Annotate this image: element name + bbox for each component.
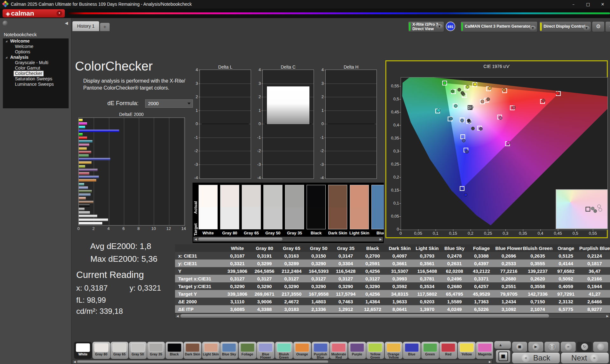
zero-line xyxy=(328,124,375,124)
blank-icon[interactable] xyxy=(593,342,608,352)
minimize-button[interactable]: – xyxy=(566,0,581,9)
close-button[interactable]: ✕ xyxy=(595,0,610,9)
back-button[interactable]: « Back xyxy=(512,353,560,363)
sidebar-item-saturation-sweeps[interactable]: Saturation Sweeps xyxy=(3,76,69,82)
column-header: Blue Sky xyxy=(441,244,468,252)
table-cell: 0,3127 xyxy=(224,275,251,282)
loop-icon[interactable]: ∞ xyxy=(561,342,576,352)
tick xyxy=(199,178,200,178)
stop-icon[interactable]: ■ xyxy=(512,342,527,352)
table-scrollbar[interactable]: ◀ ▶ xyxy=(175,313,610,319)
range-icon[interactable]: [··] xyxy=(545,342,559,352)
next-button[interactable]: Next » xyxy=(561,353,609,363)
table-cell: 0,5125 xyxy=(552,252,579,260)
patch-button-orange[interactable]: Orange xyxy=(293,342,311,359)
sidebar-item-colorchecker[interactable]: ColorChecker xyxy=(3,71,69,76)
play-icon[interactable]: ▶ xyxy=(528,342,543,352)
tab-add-button[interactable]: + xyxy=(100,23,110,31)
swatch-dark-skin xyxy=(328,185,347,229)
measured-dot-marker xyxy=(488,86,491,90)
gridline xyxy=(139,118,139,225)
patch-button-white[interactable]: White xyxy=(74,342,92,359)
tree-expand-icon[interactable]: ◢ xyxy=(5,55,7,60)
table-cell: 0,3793 xyxy=(413,252,441,260)
display-control-dropdown[interactable]: Direct Display Control ▼ xyxy=(539,21,591,32)
patch-button-black[interactable]: Black xyxy=(166,342,183,359)
maximize-button[interactable]: □ xyxy=(581,0,595,9)
de-formula-select[interactable]: 2000 xyxy=(145,99,193,108)
media-glyph: ∞ xyxy=(565,343,572,350)
y-tick-label: 4 xyxy=(316,67,324,72)
patch-bar-scrollbar[interactable]: ◀ ▶ xyxy=(72,360,492,364)
patch-button-moderate-red[interactable]: Moderate Red xyxy=(330,342,348,359)
sidebar-orb-icon[interactable] xyxy=(3,21,8,26)
tree-expand-icon[interactable]: ◢ xyxy=(5,38,7,44)
patch-button-gray-65[interactable]: Gray 65 xyxy=(111,342,128,359)
chevron-down-icon[interactable]: ▼ xyxy=(436,24,443,29)
sidebar-item-welcome[interactable]: ◢Welcome xyxy=(3,38,69,44)
gridline xyxy=(109,118,109,225)
sidebar-item-options[interactable]: Options xyxy=(3,49,69,55)
sidebar-item-analysis[interactable]: ◢Analysis xyxy=(3,55,69,60)
cie-x-tick-label: 0,05 xyxy=(412,231,424,236)
calman-menu-arrow-icon[interactable]: ▼ xyxy=(57,10,62,16)
workflow-title: Notebookcheck xyxy=(4,32,37,37)
patch-button-blue-sky[interactable]: Blue Sky xyxy=(220,342,238,359)
table-cell: 3,9006 xyxy=(251,298,278,305)
collapse-right-icon[interactable]: ◀ xyxy=(605,21,610,32)
sidebar-item-grayscale-multi[interactable]: Grayscale - Multi xyxy=(3,60,69,65)
sidebar-item-welcome[interactable]: Welcome xyxy=(3,44,69,49)
gear-icon[interactable]: ⚙ xyxy=(592,21,605,32)
calman-menu-button[interactable]: ◈ calman ▼ xyxy=(3,9,65,17)
pattern-generator-dropdown[interactable]: CalMAN Client 3 Pattern Generator ▼ xyxy=(460,21,538,32)
patch-button-gray-50[interactable]: Gray 50 xyxy=(129,342,147,359)
refresh-icon[interactable]: ↻ xyxy=(577,342,592,352)
logo-bar: ◈ calman ▼ xyxy=(0,9,610,18)
patch-button-purplish-blue[interactable]: Purplish Blue xyxy=(312,342,329,359)
patch-button-gray-80[interactable]: Gray 80 xyxy=(92,342,110,359)
pattern-window-button[interactable]: ■ xyxy=(496,350,510,363)
meter-dropdown[interactable]: X-Rite i1Pro 3Direct View ▼ xyxy=(408,21,444,32)
patch-button-yellow[interactable]: Yellow xyxy=(458,342,476,359)
pattern-up-button[interactable]: ▲ xyxy=(494,341,511,349)
patch-button-bluish-green[interactable]: Bluish Green xyxy=(275,342,293,359)
meter-status-stripe xyxy=(409,23,410,31)
patch-button-purple[interactable]: Purple xyxy=(348,342,366,359)
window-title: Calman 2025 Calman Ultimate for Business… xyxy=(11,2,192,7)
patch-button-red[interactable]: Red xyxy=(439,342,457,359)
target-square-marker xyxy=(460,186,464,191)
chevron-down-icon[interactable]: ▼ xyxy=(530,26,536,30)
sidebar-collapse-icon[interactable]: ◀ xyxy=(65,21,68,25)
chevron-down-icon[interactable]: ▼ xyxy=(583,26,590,30)
sidebar-item-color-gamut[interactable]: Color Gamut xyxy=(3,65,69,71)
bar-foliage xyxy=(79,190,92,192)
patch-button-blue[interactable]: Blue xyxy=(403,342,421,359)
y-tick-label: 0 xyxy=(253,121,261,126)
patch-button-orange-yellow[interactable]: Orange Yellow xyxy=(385,342,403,359)
patch-button-blue-flower[interactable]: Blue Flower xyxy=(257,342,274,359)
delta-h-title: Delta H xyxy=(325,64,377,70)
bar-purplish-blue xyxy=(79,176,99,178)
patch-button-yellow-green[interactable]: Yellow Green xyxy=(366,342,384,359)
gridline xyxy=(326,97,376,97)
swatch-gray-50 xyxy=(263,185,282,229)
delta-c-chart: 43210-1-2-3-4 xyxy=(262,70,314,179)
table-cell: 6,5226 xyxy=(468,305,495,313)
patch-button-foliage[interactable]: Foliage xyxy=(239,342,256,359)
bar-blue-sky xyxy=(79,193,91,196)
tab-history-1[interactable]: History 1 xyxy=(72,21,99,31)
swatch-strip-scrollbar[interactable]: ◀▶ xyxy=(193,237,383,242)
tick xyxy=(593,229,593,231)
table-cell: 0,3290 xyxy=(332,282,359,290)
patch-button-light-skin[interactable]: Light Skin xyxy=(202,342,220,359)
gridline xyxy=(124,118,124,225)
patch-button-magenta[interactable]: Magenta xyxy=(476,342,494,359)
patch-button-green[interactable]: Green xyxy=(421,342,439,359)
patch-button-gray-35[interactable]: Gray 35 xyxy=(147,342,165,359)
target-swatch xyxy=(264,207,282,229)
cie-y-tick-label: 0,1 xyxy=(387,201,399,206)
cie-plot[interactable]: RGB Triplet: 255, 255, 255 xyxy=(401,77,608,230)
sidebar-item-luminance-sweeps[interactable]: Luminance Sweeps xyxy=(3,82,69,87)
media-glyph xyxy=(597,343,604,350)
patch-button-dark-skin[interactable]: Dark Skin xyxy=(184,342,201,359)
